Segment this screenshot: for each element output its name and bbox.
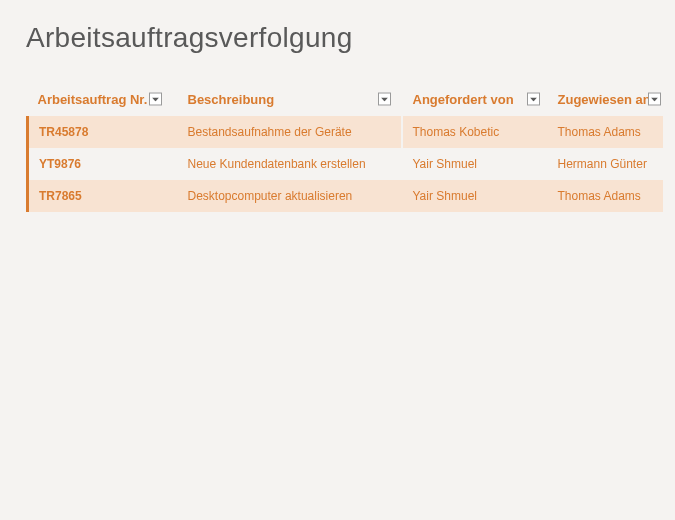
cell-work-order[interactable]: TR45878 — [28, 116, 178, 148]
chevron-down-icon — [152, 97, 159, 101]
col-header-assigned-to: Zugewiesen an — [548, 82, 663, 116]
cell-requested-by[interactable]: Yair Shmuel — [403, 180, 548, 212]
chevron-down-icon — [530, 97, 537, 101]
svg-marker-2 — [530, 97, 537, 101]
cell-requested-by[interactable]: Yair Shmuel — [403, 148, 548, 180]
table-row: YT9876 Neue Kundendatenbank erstellen Ya… — [28, 148, 663, 180]
col-header-description: Beschreibung — [178, 82, 403, 116]
col-header-label: Beschreibung — [188, 92, 275, 107]
table-row: TR45878 Bestandsaufnahme der Geräte Thom… — [28, 116, 663, 148]
filter-button-description[interactable] — [378, 93, 391, 106]
cell-assigned-to[interactable]: Thomas Adams — [548, 116, 663, 148]
col-header-label: Angefordert von — [413, 92, 514, 107]
work-order-table: Arbeitsauftrag Nr. Beschreibung Angeford… — [26, 82, 664, 212]
col-header-work-order: Arbeitsauftrag Nr. — [28, 82, 178, 116]
cell-work-order[interactable]: TR7865 — [28, 180, 178, 212]
svg-marker-3 — [651, 97, 658, 101]
cell-work-order[interactable]: YT9876 — [28, 148, 178, 180]
page-title: Arbeitsauftragsverfolgung — [26, 22, 655, 54]
table-row: TR7865 Desktopcomputer aktualisieren Yai… — [28, 180, 663, 212]
cell-assigned-to[interactable]: Thomas Adams — [548, 180, 663, 212]
worksheet: Arbeitsauftragsverfolgung Arbeitsauftrag… — [0, 0, 675, 232]
cell-description[interactable]: Desktopcomputer aktualisieren — [178, 180, 403, 212]
filter-button-requested-by[interactable] — [527, 93, 540, 106]
filter-button-assigned-to[interactable] — [648, 93, 661, 106]
col-header-label: Zugewiesen an — [558, 92, 651, 107]
svg-marker-0 — [152, 97, 159, 101]
cell-description[interactable]: Bestandsaufnahme der Geräte — [178, 116, 403, 148]
cell-requested-by[interactable]: Thomas Kobetic — [403, 116, 548, 148]
chevron-down-icon — [651, 97, 658, 101]
col-header-label: Arbeitsauftrag Nr. — [38, 92, 148, 107]
table-header-row: Arbeitsauftrag Nr. Beschreibung Angeford… — [28, 82, 663, 116]
cell-assigned-to[interactable]: Hermann Günter — [548, 148, 663, 180]
col-header-requested-by: Angefordert von — [403, 82, 548, 116]
chevron-down-icon — [381, 97, 388, 101]
cell-description[interactable]: Neue Kundendatenbank erstellen — [178, 148, 403, 180]
filter-button-work-order[interactable] — [149, 93, 162, 106]
svg-marker-1 — [381, 97, 388, 101]
